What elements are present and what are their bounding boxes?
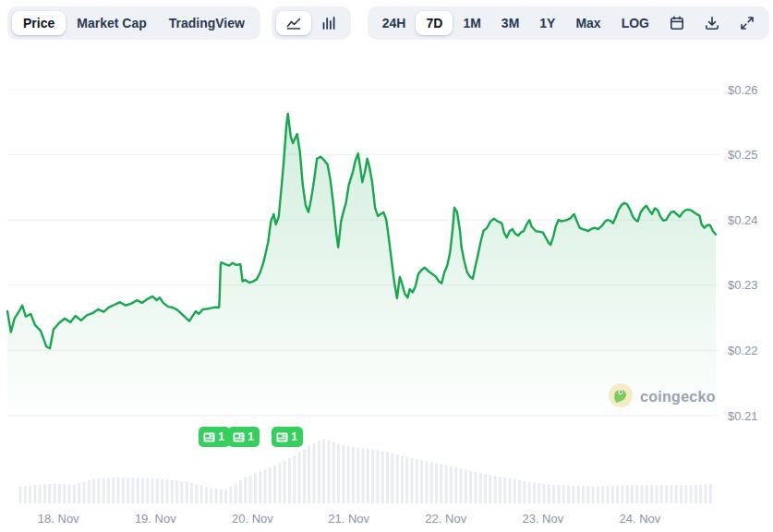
x-tick-label: 18. Nov: [38, 512, 79, 526]
volume-bar: [391, 453, 393, 503]
volume-bar: [694, 485, 697, 503]
volume-bar: [200, 486, 203, 503]
price-area: [7, 114, 716, 427]
y-tick-label: $0.21: [728, 409, 758, 423]
volume-bar: [298, 453, 301, 503]
volume-bar: [156, 478, 159, 503]
expand-button[interactable]: [730, 11, 765, 35]
volume-bar: [112, 478, 115, 503]
volume-bar: [646, 485, 648, 503]
volume-bar: [224, 490, 227, 503]
news-badge[interactable]: 1: [228, 427, 260, 447]
volume-bar: [54, 483, 56, 503]
volume-bar: [376, 451, 379, 503]
volume-bar: [592, 487, 595, 504]
volume-bar: [537, 483, 540, 503]
volume-bar: [582, 486, 585, 503]
volume-bar: [626, 485, 629, 503]
tab-price[interactable]: Price: [12, 11, 66, 35]
volume-bar: [313, 443, 316, 503]
y-axis-labels: $0.26$0.25$0.24$0.23$0.22$0.21: [728, 83, 758, 423]
volume-bar: [43, 484, 46, 503]
volume-bar: [367, 449, 369, 503]
volume-bar: [499, 477, 501, 503]
news-badge[interactable]: 1: [199, 427, 230, 447]
volume-bar: [322, 440, 325, 504]
y-tick-label: $0.25: [728, 148, 758, 162]
volume-bar: [141, 478, 144, 504]
coingecko-logo-icon: [609, 383, 633, 411]
download-button[interactable]: [694, 11, 730, 35]
volume-bar: [161, 479, 163, 503]
volume-bar: [411, 458, 414, 503]
volume-bar: [293, 455, 296, 503]
news-icon: [276, 432, 288, 442]
news-badge-count: 1: [291, 430, 297, 443]
y-tick-label: $0.26: [728, 83, 758, 97]
volume-bar: [503, 478, 506, 503]
chart-type-group: [272, 6, 351, 40]
volume-bar: [33, 485, 36, 503]
volume-bar: [616, 486, 619, 504]
volume-bar: [465, 470, 467, 504]
volume-bar: [705, 484, 707, 503]
line-chart-button[interactable]: [276, 11, 311, 35]
tab-tradingview[interactable]: TradingView: [158, 11, 256, 35]
tab-log[interactable]: LOG: [611, 11, 659, 35]
volume-bar: [474, 472, 477, 503]
calendar-button[interactable]: [659, 11, 694, 35]
volume-bar: [264, 469, 267, 503]
volume-bar: [631, 485, 634, 503]
volume-bar: [210, 489, 212, 503]
tab-3m[interactable]: 3M: [491, 11, 529, 35]
volume-bar: [601, 487, 604, 503]
volume-bar: [337, 443, 340, 503]
chart-toolbar: PriceMarket CapTradingView 24H7D1M3M1YMa…: [0, 6, 773, 40]
volume-bar: [131, 478, 134, 503]
volume-bar: [684, 485, 687, 503]
volume-bar: [288, 458, 291, 503]
volume-bar: [39, 485, 42, 504]
tab-7d[interactable]: 7D: [416, 11, 453, 35]
tab-market-cap[interactable]: Market Cap: [66, 11, 157, 35]
volume-bar: [82, 482, 85, 503]
volume-bar: [205, 487, 208, 503]
volume-bar: [435, 464, 438, 504]
volume-bar: [567, 486, 570, 503]
volume-bar: [656, 485, 658, 503]
volume-bar: [469, 471, 472, 503]
volume-bar: [558, 485, 561, 503]
volume-bar: [342, 445, 344, 503]
tab-1y[interactable]: 1Y: [529, 11, 565, 35]
volume-bar: [509, 478, 512, 503]
tab-24h[interactable]: 24H: [372, 11, 417, 35]
volume-bar: [405, 457, 408, 504]
volume-bar: [73, 485, 76, 503]
volume-bar: [249, 475, 252, 503]
volume-bar: [430, 462, 433, 503]
coingecko-watermark-text: coingecko: [640, 389, 716, 405]
volume-bar: [254, 473, 257, 503]
bar-chart-button[interactable]: [311, 11, 346, 35]
volume-bar: [107, 478, 110, 503]
volume-bar: [239, 480, 242, 503]
volume-bar: [48, 484, 51, 503]
volume-bar: [450, 466, 453, 503]
bar-chart-icon: [321, 16, 336, 30]
tab-1m[interactable]: 1M: [453, 11, 490, 35]
volume-bar: [396, 454, 399, 503]
tab-max[interactable]: Max: [565, 11, 610, 35]
volume-bar: [670, 485, 672, 503]
volume-bar: [371, 450, 374, 503]
volume-bar: [552, 485, 555, 503]
y-tick-label: $0.23: [728, 278, 758, 292]
news-badge[interactable]: 1: [272, 427, 303, 447]
price-chart[interactable]: $0.26$0.25$0.24$0.23$0.22$0.2118. Nov19.…: [0, 0, 773, 532]
volume-bar: [166, 479, 169, 503]
news-icon: [203, 432, 215, 442]
volume-bar: [533, 482, 536, 503]
volume-bar: [562, 485, 565, 503]
volume-bar: [175, 480, 178, 503]
volume-bar: [607, 486, 610, 503]
volume-bar: [489, 475, 491, 503]
